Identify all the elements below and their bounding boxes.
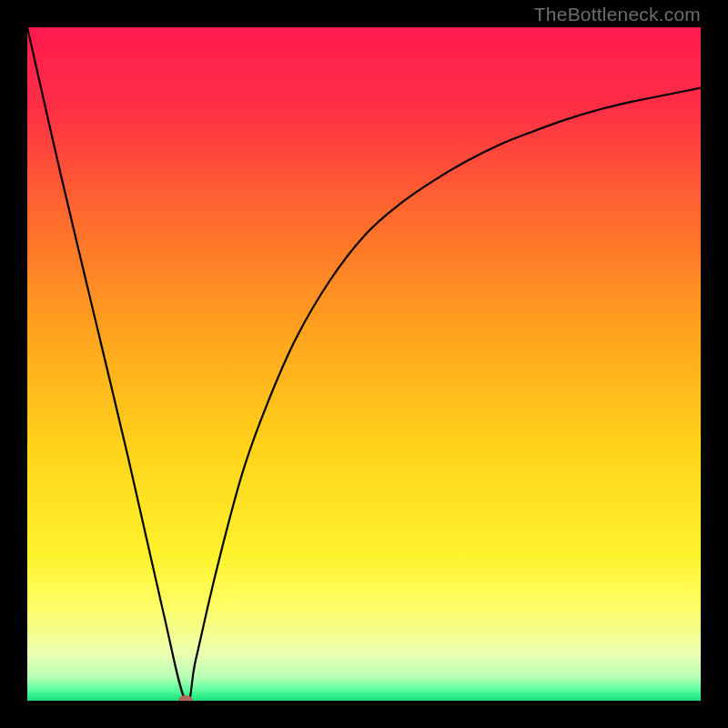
plot-area [27,27,701,701]
curve-layer [27,27,701,701]
bottleneck-curve [27,27,701,701]
chart-frame: TheBottleneck.com [0,0,728,728]
watermark-label: TheBottleneck.com [534,4,701,25]
